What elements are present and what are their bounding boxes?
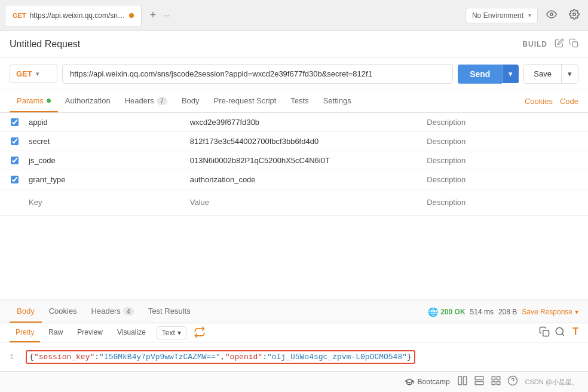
visualize-label: Visualize [117,328,146,336]
more-tabs-button[interactable]: ··· [161,10,172,21]
svg-rect-13 [497,382,500,385]
bootcamp-label: Bootcamp [418,378,450,386]
cookies-link[interactable]: Cookies [525,97,553,106]
param-value-new[interactable] [185,193,422,212]
layout3-button[interactable] [491,375,501,388]
request-tab[interactable]: GET https://api.weixin.qq.com/sns/j... [5,5,142,26]
wrap-icon[interactable] [194,326,206,340]
response-tab-cookies[interactable]: Cookies [42,301,84,323]
param-check-1[interactable] [5,118,24,126]
code-link[interactable]: Code [560,97,578,106]
param-key-4[interactable] [24,170,185,189]
save-dropdown-button[interactable]: ▾ [561,65,578,83]
env-selector: No Environment ▾ [466,7,583,24]
svg-rect-9 [475,382,483,385]
response-tab-body[interactable]: Body [10,301,42,323]
help-button[interactable] [507,375,518,388]
search-response-button[interactable] [555,326,565,339]
preview-label: Preview [77,328,103,336]
param-desc-new[interactable] [422,193,583,212]
format-select[interactable]: Text ▾ [157,326,186,339]
tab-action-group: + ··· [148,8,172,23]
url-bar: GET ▾ Send ▾ Save ▾ [0,58,588,90]
response-status: 🌐 200 OK [428,307,465,317]
tab-headers[interactable]: Headers 7 [118,90,174,112]
param-key-1[interactable] [24,113,185,131]
body-tab-raw[interactable]: Raw [42,323,69,342]
param-check-3[interactable] [5,157,24,164]
response-tab-headers[interactable]: Headers 4 [84,301,141,323]
param-checkbox-3[interactable] [11,157,19,164]
tab-settings[interactable]: Settings [316,90,359,112]
eye-button[interactable] [543,7,561,24]
body-tab-visualize[interactable]: Visualize [111,323,152,342]
param-desc-3[interactable] [422,151,583,170]
param-check-4[interactable] [5,176,24,183]
title-actions [555,38,578,50]
param-desc-4[interactable] [422,170,583,189]
method-chevron: ▾ [36,71,39,77]
params-dot [47,99,51,103]
tab-params[interactable]: Params [10,90,58,112]
url-input[interactable] [62,64,453,84]
svg-rect-8 [475,376,483,379]
svg-rect-10 [492,376,495,379]
save-response-label: Save Response [522,308,572,316]
copy-title-button[interactable] [569,38,578,50]
new-tab-button[interactable]: + [148,8,159,23]
layout1-button[interactable] [457,375,468,388]
param-value-3[interactable] [185,151,422,170]
response-body-label: Body [17,307,35,316]
param-desc-1[interactable] [422,113,583,131]
response-tabs-bar: Body Cookies Headers 4 Test Results 🌐 20… [0,301,588,323]
tab-body-req[interactable]: Body [174,90,207,112]
body-tab-preview[interactable]: Preview [71,323,109,342]
watermark: CSDN @小星星、 [525,378,578,387]
param-key-3[interactable] [24,151,185,170]
svg-rect-3 [543,330,549,336]
json-key-openid: "openid" [225,353,262,362]
top-bar: GET https://api.weixin.qq.com/sns/j... +… [0,0,588,31]
response-tab-test-results[interactable]: Test Results [141,301,198,323]
save-response-button[interactable]: Save Response ▾ [522,308,578,316]
tab-tests[interactable]: Tests [283,90,316,112]
param-key-2[interactable] [24,132,185,151]
build-button[interactable]: BUILD [522,40,547,48]
edit-title-button[interactable] [555,38,564,50]
param-checkbox-4[interactable] [11,176,19,183]
param-value-1[interactable] [185,113,422,131]
response-cookies-label: Cookies [49,307,77,316]
json-response: {"session_key":"I5GMkB4y7pVp9wwTzCAZMW==… [26,350,415,364]
svg-rect-6 [458,376,461,385]
svg-line-5 [562,333,564,335]
send-button[interactable]: Send [458,65,502,84]
response-test-results-label: Test Results [148,307,191,316]
layout2-button[interactable] [474,375,485,388]
param-row [0,170,588,189]
copy-response-button[interactable] [539,326,550,339]
settings-button[interactable] [565,7,583,24]
send-dropdown-button[interactable]: ▾ [502,65,519,83]
svg-point-0 [550,13,553,16]
body-tab-pretty[interactable]: Pretty [10,323,40,342]
bottom-icons [457,375,518,388]
param-checkbox-2[interactable] [11,137,19,145]
tab-authorization[interactable]: Authorization [58,90,118,112]
env-dropdown[interactable]: No Environment ▾ [466,8,538,23]
param-checkbox-1[interactable] [11,118,19,126]
tab-method-badge: GET [13,12,26,19]
param-value-2[interactable] [185,132,422,151]
param-key-new[interactable] [24,193,185,212]
method-select[interactable]: GET ▾ [10,65,57,83]
param-value-4[interactable] [185,170,422,189]
save-button[interactable]: Save [524,65,561,83]
svg-rect-7 [463,376,466,385]
authorization-tab-label: Authorization [65,96,111,105]
param-desc-2[interactable] [422,132,583,151]
tests-tab-label: Tests [290,96,308,105]
param-row [0,151,588,170]
tab-pre-request[interactable]: Pre-request Script [207,90,284,112]
main-area: Untitled Request BUILD GET ▾ Send ▾ Save… [0,31,588,371]
param-check-2[interactable] [5,137,24,145]
bootcamp-link[interactable]: Bootcamp [405,377,450,387]
